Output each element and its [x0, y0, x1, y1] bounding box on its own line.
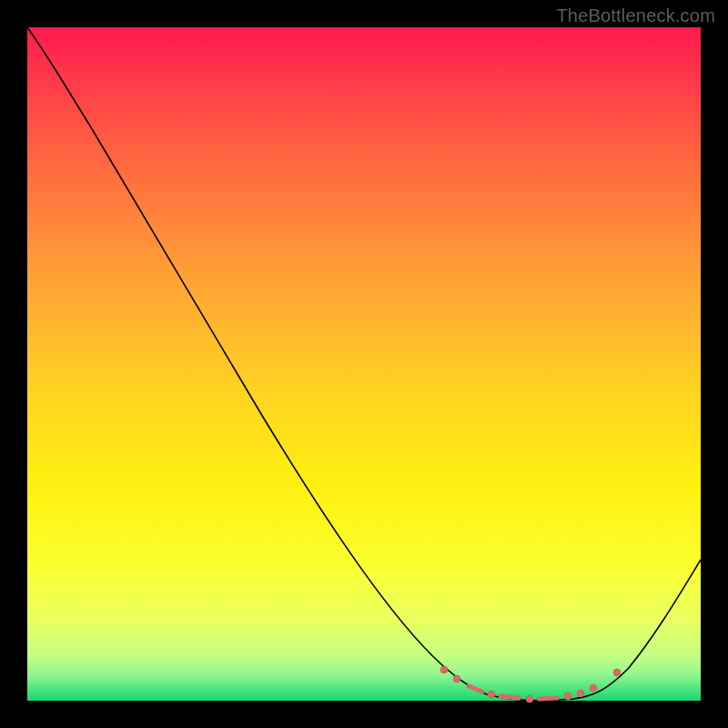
chart-svg: [27, 27, 701, 701]
watermark-text: TheBottleneck.com: [556, 5, 715, 26]
svg-point-8: [577, 690, 584, 697]
svg-point-5: [526, 695, 533, 703]
svg-line-2: [469, 686, 482, 692]
plot-area: [27, 27, 701, 701]
optimal-markers: [440, 666, 621, 703]
svg-point-9: [590, 684, 597, 692]
chart-container: TheBottleneck.com: [0, 0, 728, 728]
svg-line-4: [500, 696, 519, 698]
svg-point-0: [440, 666, 448, 673]
svg-point-3: [488, 691, 495, 698]
bottleneck-curve: [27, 27, 701, 701]
svg-point-1: [453, 675, 460, 682]
svg-line-6: [539, 698, 557, 699]
svg-point-7: [564, 693, 571, 700]
svg-point-10: [613, 669, 621, 676]
